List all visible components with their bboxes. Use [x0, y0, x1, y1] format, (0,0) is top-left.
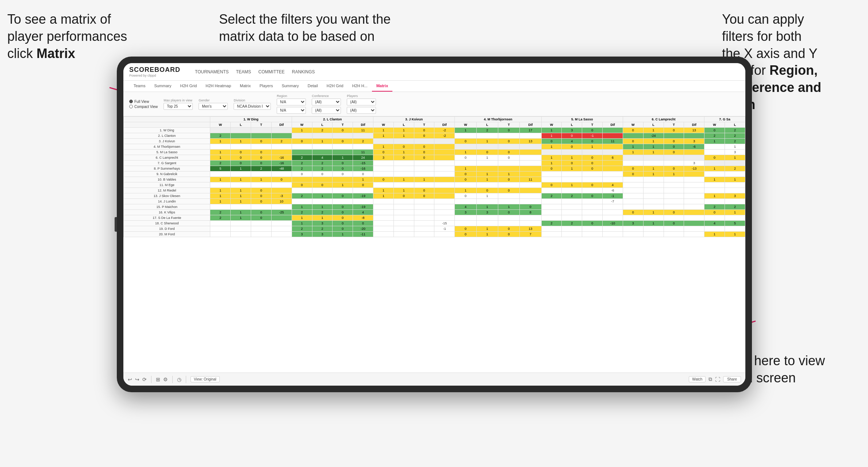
- view-original-button[interactable]: View: Original: [191, 376, 220, 382]
- cell-r9-c0-s1: 1: [231, 177, 251, 182]
- matrix-container[interactable]: 1. W Ding 2. L Clanton 3. J Koivun 4. M …: [123, 116, 745, 377]
- col-header-6: 6. C Lamprecht: [623, 117, 704, 122]
- cell-r7-c6-s0: 1: [704, 166, 725, 171]
- layout-icon[interactable]: ⧉: [708, 376, 712, 382]
- cell-r9-c5-s3: [684, 177, 704, 182]
- share-button[interactable]: Share: [723, 376, 741, 382]
- fullscreen-icon[interactable]: ⛶: [715, 377, 720, 382]
- watch-button[interactable]: Watch: [689, 376, 706, 382]
- nav-rankings[interactable]: RANKINGS: [292, 68, 315, 76]
- cell-r13-c2-s0: [373, 199, 394, 204]
- cell-r7-c0-s3: -48: [271, 166, 292, 171]
- cell-r15-c5-s3: [684, 210, 704, 215]
- player-name-15: 16. K Vilips: [124, 210, 210, 215]
- cell-r11-c5-s0: [623, 188, 643, 193]
- subnav-matrix1[interactable]: Matrix: [235, 81, 255, 92]
- subnav-summary2[interactable]: Summary: [277, 81, 303, 92]
- compact-view-option[interactable]: Compact View: [129, 105, 158, 109]
- subnav-h2hheatmap[interactable]: H2H Heatmap: [201, 81, 235, 92]
- cell-r8-c2-s2: [414, 171, 434, 177]
- division-select[interactable]: NCAA Division I: [234, 103, 271, 110]
- nav-teams[interactable]: TEAMS: [236, 68, 251, 76]
- cell-r8-c1-s2: 0: [333, 171, 353, 177]
- cell-r2-c4-s0: 0: [541, 139, 562, 144]
- toolbar-sep1: [151, 376, 151, 383]
- wl-l1: L: [231, 122, 251, 128]
- cell-r7-c1-s3: -16: [353, 166, 373, 171]
- cell-r12-c2-s3: [434, 193, 455, 199]
- cell-r3-c0-s2: [251, 144, 272, 150]
- players-select2[interactable]: (All): [347, 107, 376, 114]
- cell-r12-c0-s2: 0: [251, 193, 272, 199]
- cell-r10-c0-s3: [271, 182, 292, 188]
- player-name-14: 15. P Maichon: [124, 204, 210, 210]
- redo-icon[interactable]: ↪: [135, 377, 139, 382]
- toolbar-sep3: [186, 376, 186, 383]
- cell-r15-c3-s3: 8: [520, 210, 541, 215]
- subnav-h2h-short[interactable]: H2H H...: [348, 81, 372, 92]
- cell-r16-c2-s0: [373, 215, 394, 221]
- cell-r1-c1-s2: [333, 133, 353, 139]
- cell-r8-c3-s3: [520, 171, 541, 177]
- cell-r16-c4-s2: [582, 215, 603, 221]
- region-select2[interactable]: N/A: [277, 107, 306, 114]
- settings-icon[interactable]: ⚙: [163, 377, 168, 382]
- subnav-teams[interactable]: Teams: [129, 81, 150, 92]
- cell-r6-c6-s1: [725, 161, 745, 166]
- player-name-16: 17. S De La Fuente: [124, 215, 210, 221]
- cell-r4-c3-s2: 0: [498, 150, 519, 155]
- subnav-h2hgrid1[interactable]: H2H Grid: [176, 81, 201, 92]
- cell-r5-c1-s2: 1: [333, 155, 353, 161]
- subnav-detail[interactable]: Detail: [303, 81, 322, 92]
- player-name-11: 12. M Riedel: [124, 188, 210, 193]
- cell-r4-c3-s0: 1: [455, 150, 476, 155]
- cell-r10-c5-s1: [643, 182, 664, 188]
- cell-r8-c4-s3: [602, 171, 623, 177]
- cell-r10-c5-s0: [623, 182, 643, 188]
- cell-r15-c4-s1: [562, 210, 582, 215]
- nav-committee[interactable]: COMMITTEE: [258, 68, 285, 76]
- cell-r10-c6-s1: [725, 182, 745, 188]
- cell-r1-c3-s1: [476, 133, 498, 139]
- subnav-h2hgrid2[interactable]: H2H Grid: [322, 81, 348, 92]
- cell-r5-c0-s2: 0: [251, 155, 272, 161]
- refresh-icon[interactable]: ⟳: [142, 377, 147, 382]
- cell-r16-c0-s3: [271, 215, 292, 221]
- cell-r2-c3-s1: 1: [476, 139, 498, 144]
- sub-corner: [124, 122, 210, 128]
- subnav-players[interactable]: Players: [255, 81, 277, 92]
- cell-r3-c4-s1: 0: [562, 144, 582, 150]
- player-name-7: 8. P Summerhays: [124, 166, 210, 171]
- zoom-icon[interactable]: ⊞: [156, 377, 160, 382]
- cell-r4-c1-s2: [333, 150, 353, 155]
- subnav-matrix2[interactable]: Matrix: [372, 81, 392, 92]
- cell-r19-c4-s0: [541, 232, 562, 237]
- conference-select[interactable]: (All): [312, 99, 341, 105]
- full-view-option[interactable]: Full View: [129, 100, 158, 104]
- clock-icon[interactable]: ◷: [177, 377, 181, 382]
- cell-r12-c0-s1: 1: [231, 193, 251, 199]
- cell-r6-c5-s2: [664, 161, 684, 166]
- cell-r17-c0-s0: [210, 221, 231, 226]
- cell-r13-c0-s3: 10: [271, 199, 292, 204]
- region-select[interactable]: N/A: [277, 99, 306, 105]
- cell-r0-c2-s1: 1: [393, 128, 414, 133]
- conference-select2[interactable]: (All): [312, 107, 341, 114]
- cell-r7-c5-s1: 1: [643, 166, 664, 171]
- nav-tournaments[interactable]: TOURNAMENTS: [195, 68, 228, 76]
- players-select[interactable]: (All): [347, 99, 376, 105]
- max-players-select[interactable]: Top 25: [164, 103, 193, 110]
- cell-r8-c2-s0: [373, 171, 394, 177]
- cell-r9-c5-s1: [643, 177, 664, 182]
- cell-r7-c2-s3: [434, 166, 455, 171]
- cell-r5-c2-s2: 0: [414, 155, 434, 161]
- cell-r15-c2-s2: [414, 210, 434, 215]
- cell-r8-c0-s1: [231, 171, 251, 177]
- subnav-summary1[interactable]: Summary: [150, 81, 176, 92]
- cell-r7-c2-s1: [393, 166, 414, 171]
- cell-r2-c3-s2: 0: [498, 139, 519, 144]
- gender-select[interactable]: Men's: [199, 103, 228, 110]
- cell-r14-c5-s3: [684, 204, 704, 210]
- cell-r0-c1-s0: 1: [292, 128, 312, 133]
- undo-icon[interactable]: ↩: [128, 377, 132, 382]
